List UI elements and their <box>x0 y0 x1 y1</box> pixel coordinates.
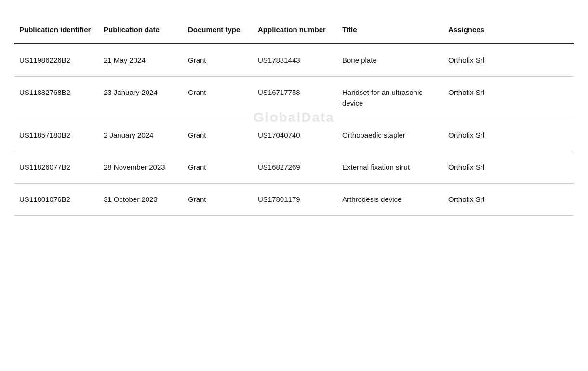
cell-app_num: US17801179 <box>253 184 337 216</box>
cell-title: Bone plate <box>337 44 443 76</box>
col-header-pub-id: Publication identifier <box>14 19 99 44</box>
cell-doc_type: Grant <box>183 44 253 76</box>
table-row: US11801076B231 October 2023GrantUS178011… <box>14 184 574 216</box>
cell-doc_type: Grant <box>183 151 253 184</box>
cell-assignees: Orthofix Srl <box>443 151 574 184</box>
cell-title: External fixation strut <box>337 151 443 184</box>
cell-pub_date: 2 January 2024 <box>99 119 183 151</box>
cell-title: Arthrodesis device <box>337 184 443 216</box>
table-row: US11826077B228 November 2023GrantUS16827… <box>14 151 574 184</box>
col-header-app-num: Application number <box>253 19 337 44</box>
cell-pub_id: US11801076B2 <box>14 184 99 216</box>
cell-pub_id: US11882768B2 <box>14 77 99 119</box>
cell-title: Orthopaedic stapler <box>337 119 443 151</box>
cell-assignees: Orthofix Srl <box>443 77 574 119</box>
cell-app_num: US16717758 <box>253 77 337 119</box>
col-header-pub-date: Publication date <box>99 19 183 44</box>
table-header-row: Publication identifier Publication date … <box>14 19 574 44</box>
table-row: US11882768B223 January 2024GrantUS167177… <box>14 77 574 119</box>
cell-assignees: Orthofix Srl <box>443 184 574 216</box>
patent-table: Publication identifier Publication date … <box>14 19 574 216</box>
cell-assignees: Orthofix Srl <box>443 44 574 76</box>
cell-pub_date: 28 November 2023 <box>99 151 183 184</box>
cell-pub_id: US11986226B2 <box>14 44 99 76</box>
cell-assignees: Orthofix Srl <box>443 119 574 151</box>
cell-pub_id: US11826077B2 <box>14 151 99 184</box>
patent-table-container: GlobalData Publication identifier Public… <box>14 19 574 216</box>
col-header-title: Title <box>337 19 443 44</box>
table-row: US11986226B221 May 2024GrantUS17881443Bo… <box>14 44 574 76</box>
cell-pub_date: 23 January 2024 <box>99 77 183 119</box>
cell-app_num: US17881443 <box>253 44 337 76</box>
col-header-doc-type: Document type <box>183 19 253 44</box>
cell-pub_id: US11857180B2 <box>14 119 99 151</box>
cell-pub_date: 31 October 2023 <box>99 184 183 216</box>
cell-title: Handset for an ultrasonic device <box>337 77 443 119</box>
table-row: US11857180B22 January 2024GrantUS1704074… <box>14 119 574 151</box>
cell-doc_type: Grant <box>183 77 253 119</box>
cell-app_num: US16827269 <box>253 151 337 184</box>
col-header-assignees: Assignees <box>443 19 574 44</box>
cell-pub_date: 21 May 2024 <box>99 44 183 76</box>
cell-doc_type: Grant <box>183 184 253 216</box>
cell-app_num: US17040740 <box>253 119 337 151</box>
cell-doc_type: Grant <box>183 119 253 151</box>
